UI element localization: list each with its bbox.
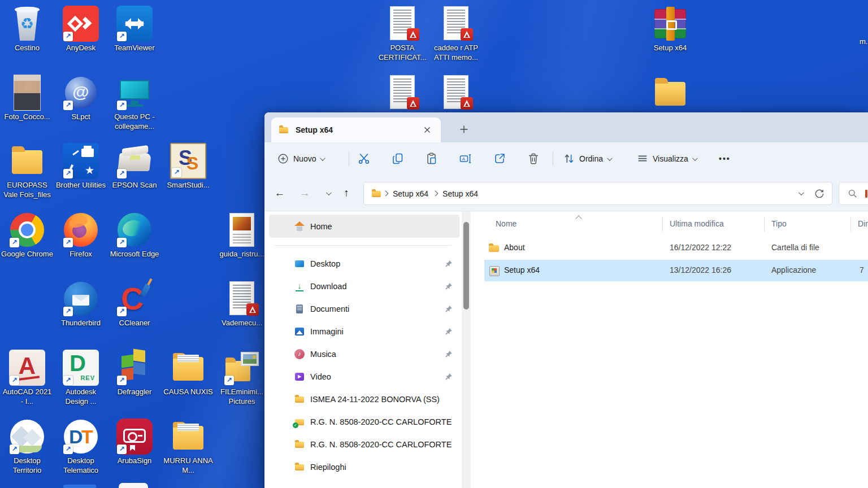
desktop-icon[interactable]: POSTA CERTIFICAT... bbox=[376, 6, 428, 62]
partial-desktop-icon bbox=[63, 485, 96, 488]
recent-locations-button[interactable] bbox=[319, 184, 337, 202]
up-button[interactable]: ↑ bbox=[337, 184, 355, 202]
desktop-icon[interactable]: Cestino bbox=[1, 6, 53, 53]
sidebar-item[interactable]: Desktop bbox=[269, 252, 459, 275]
new-button[interactable]: Nuovo bbox=[274, 150, 327, 168]
desktop-icon[interactable] bbox=[644, 75, 696, 112]
file-row[interactable]: About 16/12/2022 12:22 Cartella di file bbox=[484, 237, 868, 259]
scissors-icon bbox=[357, 152, 371, 165]
share-button[interactable] bbox=[489, 150, 510, 168]
new-button-label: Nuovo bbox=[293, 154, 316, 163]
address-dropdown-icon[interactable] bbox=[798, 190, 804, 195]
location-folder-icon bbox=[371, 188, 382, 199]
desktop-icon[interactable]: ↗ Thunderbird bbox=[55, 281, 107, 328]
desktop-icon[interactable]: ↗ FILEminimi... Pictures bbox=[216, 350, 268, 406]
sidebar-item[interactable]: ISMEA 24-11-2022 BONORVA (SS) bbox=[269, 388, 459, 411]
sidebar-item-label: Immagini bbox=[310, 327, 344, 336]
desktop-icon[interactable]: EUROPASS Vale Fois_files bbox=[1, 143, 53, 199]
sidebar-item[interactable]: Download bbox=[269, 275, 459, 298]
desktop-icon-label: Firefox bbox=[55, 250, 107, 259]
breadcrumb-segment[interactable]: Setup x64 bbox=[439, 189, 481, 198]
desktop-icon[interactable] bbox=[430, 75, 482, 112]
cut-button[interactable] bbox=[354, 150, 374, 168]
tab-close-icon[interactable] bbox=[420, 123, 434, 137]
column-header-modified[interactable]: Ultima modifica bbox=[670, 219, 724, 228]
desktop-icon-label: Foto_Cocco... bbox=[1, 112, 53, 122]
tab-setup-x64[interactable]: Setup x64 bbox=[271, 117, 441, 142]
sidebar-scrollbar[interactable] bbox=[462, 211, 471, 488]
desktop-icon[interactable]: guida_ristru... bbox=[216, 212, 268, 259]
desktop-icon[interactable]: ↗ Google Chrome bbox=[1, 212, 53, 259]
column-header-size[interactable]: Dim bbox=[858, 219, 868, 228]
rename-button[interactable]: A bbox=[455, 150, 476, 168]
desktop-icon-label: POSTA CERTIFICAT... bbox=[376, 43, 428, 62]
desktop-icon[interactable]: ↗ Microsoft Edge bbox=[108, 212, 160, 259]
sidebar-item[interactable]: Musica bbox=[269, 343, 459, 365]
desktop-icon-label: FILEminimi... Pictures bbox=[216, 387, 268, 406]
desktop-icon[interactable]: Setup x64 bbox=[644, 6, 696, 53]
view-button[interactable]: Visualizza bbox=[633, 150, 700, 168]
new-tab-button[interactable] bbox=[455, 121, 472, 138]
sidebar-item-home[interactable]: Home bbox=[269, 215, 459, 238]
sidebar-item[interactable]: Riepiloghi bbox=[269, 456, 459, 478]
delete-button[interactable] bbox=[523, 150, 544, 168]
column-divider[interactable] bbox=[850, 217, 851, 232]
desktop-icon[interactable]: ↗ Desktop Territorio bbox=[1, 419, 53, 475]
column-divider[interactable] bbox=[764, 217, 765, 232]
sidebar-item-label: R.G. N. 8508-2020-CC CARLOFORTE bbox=[310, 417, 452, 426]
desktop-icon[interactable]: ↗ Autodesk Design ... bbox=[55, 350, 107, 406]
sidebar-item[interactable]: Documenti bbox=[269, 298, 459, 320]
desktop-icon[interactable]: ↗ Desktop Telematico bbox=[55, 419, 107, 475]
column-divider[interactable] bbox=[662, 217, 663, 232]
desktop-icon[interactable]: Foto_Cocco... bbox=[1, 75, 53, 122]
forward-button[interactable]: → bbox=[296, 184, 314, 202]
breadcrumb[interactable]: Setup x64 Setup x64 bbox=[363, 182, 832, 205]
sidebar-item[interactable]: R.G. N. 8508-2020-CC CARLOFORTE bbox=[269, 411, 459, 433]
desktop-icon[interactable]: ↗ SmartStudi... bbox=[162, 143, 214, 190]
see-more-button[interactable]: ••• bbox=[715, 150, 734, 168]
desktop-icon[interactable]: ↗ Firefox bbox=[55, 212, 107, 259]
scrollbar-thumb[interactable] bbox=[463, 222, 469, 310]
desktop-icon[interactable]: ↗ ArubaSign bbox=[108, 419, 160, 466]
desktop-icon-label: SLpct bbox=[55, 112, 107, 122]
copy-icon bbox=[391, 152, 405, 165]
desktop-icon[interactable]: ↗ Defraggler bbox=[108, 350, 160, 397]
desktop-icon[interactable]: ↗ CCleaner bbox=[108, 281, 160, 328]
sidebar-item[interactable]: R.G. N. 8508-2020-CC CARLOFORTE bbox=[269, 433, 459, 456]
desktop-icon[interactable]: ↗ TeamViewer bbox=[108, 6, 160, 53]
desktop-icon-image bbox=[9, 75, 45, 111]
sort-arrows-icon bbox=[563, 152, 575, 165]
desktop-icon[interactable]: ↗ SLpct bbox=[55, 75, 107, 122]
search-box[interactable] bbox=[839, 182, 868, 205]
sidebar-item[interactable]: Video bbox=[269, 365, 459, 388]
shortcut-arrow-icon: ↗ bbox=[10, 238, 19, 247]
desktop-icon-label: Desktop Telematico bbox=[55, 456, 107, 475]
desktop-icon[interactable]: Vademecu... bbox=[216, 281, 268, 328]
paste-button[interactable] bbox=[422, 150, 442, 168]
desktop-icon-image bbox=[384, 75, 420, 111]
desktop-icon[interactable]: ↗ EPSON Scan bbox=[108, 143, 160, 190]
column-header-name[interactable]: Nome bbox=[496, 219, 517, 228]
sidebar-item[interactable]: Immagini bbox=[269, 320, 459, 343]
copy-button[interactable] bbox=[388, 150, 408, 168]
file-row[interactable]: Setup x64 13/12/2022 16:26 Applicazione … bbox=[484, 260, 868, 281]
desktop-icon[interactable]: MURRU ANNA M... bbox=[162, 419, 214, 475]
back-button[interactable]: ← bbox=[271, 184, 289, 202]
desktop-icon-image bbox=[384, 6, 420, 42]
shortcut-arrow-icon: ↗ bbox=[172, 168, 181, 177]
pin-icon bbox=[445, 282, 453, 290]
desktop-icon[interactable]: CAUSA NUXIS bbox=[162, 350, 214, 397]
breadcrumb-right-controls bbox=[798, 188, 825, 199]
desktop-icon[interactable]: ↗ Brother Utilities bbox=[55, 143, 107, 190]
desktop-icon[interactable] bbox=[376, 75, 428, 112]
desktop-icon-image: ↗ bbox=[63, 143, 99, 179]
desktop-icon[interactable]: caddeo r ATP ATTI memo... bbox=[430, 6, 482, 62]
desktop-icon[interactable]: ↗ AutoCAD 2021 - I... bbox=[1, 350, 53, 406]
desktop-icon[interactable]: ↗ Questo PC - collegame... bbox=[108, 75, 160, 131]
ellipsis-icon: ••• bbox=[719, 154, 731, 163]
desktop-icon[interactable]: ↗ AnyDesk bbox=[55, 6, 107, 53]
refresh-icon[interactable] bbox=[814, 188, 825, 199]
column-header-type[interactable]: Tipo bbox=[771, 219, 787, 228]
sort-button[interactable]: Ordina bbox=[559, 150, 614, 168]
breadcrumb-segment[interactable]: Setup x64 bbox=[389, 189, 432, 198]
